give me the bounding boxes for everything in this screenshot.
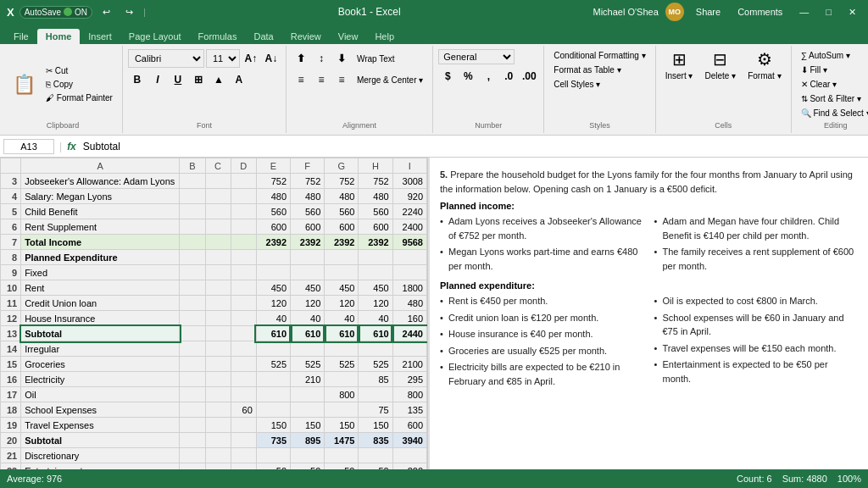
table-cell[interactable] [291,448,325,463]
table-cell[interactable]: 752 [359,174,392,189]
row-header[interactable]: 7 [1,235,21,250]
table-cell[interactable]: 9568 [392,235,426,250]
table-cell[interactable]: 120 [256,296,290,311]
row-header[interactable]: 19 [1,418,21,433]
align-left-button[interactable]: ≡ [292,70,310,89]
table-cell[interactable] [256,387,290,402]
row-header[interactable]: 4 [1,189,21,204]
table-cell[interactable] [256,250,290,265]
find-select-button[interactable]: 🔍 Find & Select ▾ [797,107,868,119]
table-cell[interactable]: 600 [291,219,325,235]
row-header[interactable]: 9 [1,265,21,280]
table-cell[interactable]: 120 [291,296,325,311]
table-cell[interactable]: 525 [325,357,359,372]
table-cell[interactable]: 150 [291,418,325,433]
table-cell[interactable] [291,387,325,402]
tab-formulas[interactable]: Formulas [190,29,246,44]
conditional-formatting-button[interactable]: Conditional Formatting ▾ [549,49,649,62]
table-cell[interactable]: 150 [256,418,290,433]
table-cell[interactable] [231,326,256,341]
row-header[interactable]: 16 [1,372,21,387]
table-cell[interactable] [231,219,256,235]
cut-button[interactable]: ✂ Cut [42,64,117,77]
col-b-header[interactable]: B [180,158,205,174]
table-cell[interactable] [231,204,256,219]
table-cell[interactable] [359,387,392,402]
table-cell[interactable]: 60 [231,402,256,418]
table-cell[interactable] [180,448,205,463]
row-header[interactable]: 15 [1,357,21,372]
table-cell[interactable]: 2392 [325,235,359,250]
table-cell[interactable] [205,280,231,296]
row-header[interactable]: 8 [1,250,21,265]
table-cell[interactable] [180,219,205,235]
col-h-header[interactable]: H [359,158,392,174]
table-cell[interactable]: 480 [325,189,359,204]
table-cell[interactable] [180,372,205,387]
table-cell[interactable] [231,357,256,372]
table-cell[interactable] [180,418,205,433]
row-header[interactable]: 3 [1,174,21,189]
table-cell[interactable]: 800 [325,387,359,402]
table-cell[interactable] [231,433,256,448]
row-header[interactable]: 14 [1,341,21,357]
table-cell[interactable]: 610 [325,326,359,341]
autosave-toggle[interactable]: AutoSave ON [19,6,92,19]
formula-input[interactable] [80,139,865,154]
function-icon[interactable]: fx [67,141,76,152]
table-cell[interactable] [180,341,205,357]
table-cell[interactable] [231,265,256,280]
table-cell[interactable]: 40 [359,311,392,326]
table-cell[interactable]: 480 [256,189,290,204]
table-cell[interactable] [205,448,231,463]
col-i-header[interactable]: I [392,158,426,174]
table-cell[interactable]: Fixed [21,265,180,280]
restore-button[interactable]: □ [821,5,837,19]
align-bottom-button[interactable]: ⬇ [332,49,351,68]
table-cell[interactable]: 450 [359,280,392,296]
format-as-table-button[interactable]: Format as Table ▾ [549,64,649,76]
tab-file[interactable]: File [5,29,37,44]
table-cell[interactable]: 2240 [392,204,426,219]
format-button[interactable]: Format ▾ [743,69,785,82]
table-cell[interactable]: 210 [291,372,325,387]
table-cell[interactable] [392,448,426,463]
table-cell[interactable]: 3008 [392,174,426,189]
row-header[interactable]: 21 [1,448,21,463]
table-cell[interactable] [231,250,256,265]
font-size-select[interactable]: 11 [206,49,240,68]
borders-button[interactable]: ⊞ [189,70,208,89]
col-e-header[interactable]: E [256,158,290,174]
table-cell[interactable]: Subtotal [21,433,180,448]
table-cell[interactable]: 40 [325,311,359,326]
table-cell[interactable]: 560 [291,204,325,219]
table-cell[interactable] [205,235,231,250]
tab-help[interactable]: Help [366,29,403,44]
table-cell[interactable]: Subtotal [21,326,180,341]
cell-styles-button[interactable]: Cell Styles ▾ [549,78,649,91]
table-cell[interactable] [231,296,256,311]
table-cell[interactable]: Rent Supplement [21,219,180,235]
table-cell[interactable] [392,250,426,265]
paste-button[interactable]: 📋 [8,71,40,98]
table-cell[interactable]: 752 [256,174,290,189]
table-cell[interactable]: House Insurance [21,311,180,326]
table-cell[interactable]: Electricity [21,372,180,387]
col-c-header[interactable]: C [205,158,231,174]
tab-review[interactable]: Review [282,29,330,44]
table-cell[interactable]: 835 [359,433,392,448]
insert-button[interactable]: Insert ▾ [661,69,698,82]
table-cell[interactable]: 525 [359,357,392,372]
col-d-header[interactable]: D [231,158,256,174]
table-cell[interactable]: 525 [256,357,290,372]
increase-font-button[interactable]: A↑ [242,49,260,68]
row-header[interactable]: 5 [1,204,21,219]
table-cell[interactable] [392,265,426,280]
number-format-select[interactable]: General [438,49,515,64]
merge-center-button[interactable]: Merge & Center ▾ [353,70,427,89]
table-cell[interactable]: 735 [256,433,290,448]
table-cell[interactable] [291,341,325,357]
table-cell[interactable] [256,448,290,463]
underline-button[interactable]: U [169,70,187,89]
table-cell[interactable]: 560 [325,204,359,219]
